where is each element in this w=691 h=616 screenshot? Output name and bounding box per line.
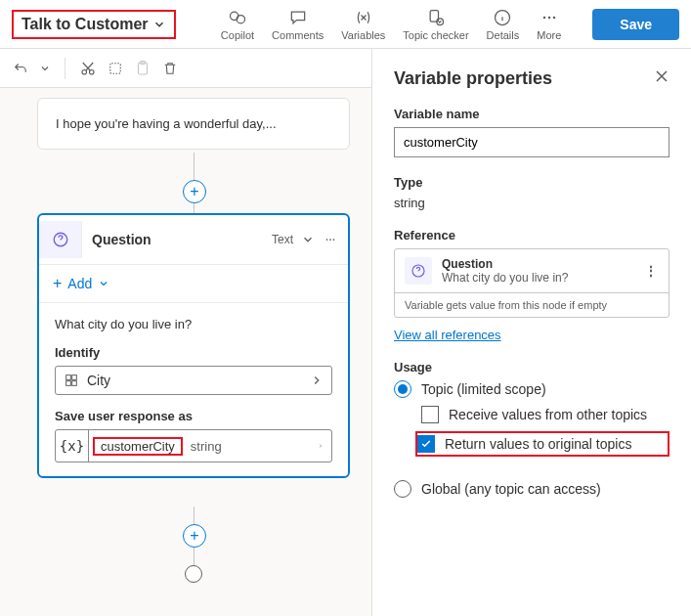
cut-button[interactable] — [79, 60, 97, 77]
topic-name-dropdown[interactable]: Talk to Customer — [12, 10, 176, 39]
radio-unselected-icon — [394, 480, 411, 498]
chevron-down-icon — [98, 278, 109, 289]
add-node-button[interactable]: + — [183, 180, 206, 203]
variables-icon — [354, 8, 373, 27]
authoring-canvas[interactable]: I hope you're having a wonderful day,...… — [0, 88, 371, 616]
reference-box: Question What city do you live in? ⋮ Var… — [394, 248, 669, 318]
return-values-checkbox[interactable] — [417, 435, 435, 453]
close-button[interactable] — [654, 68, 669, 89]
svg-rect-10 — [110, 63, 121, 73]
receive-values-checkbox[interactable]: Receive values from other topics — [421, 406, 669, 423]
topic-checker-button[interactable]: Topic checker — [403, 8, 468, 41]
view-all-references-link[interactable]: View all references — [394, 328, 501, 342]
svg-point-14 — [326, 239, 328, 241]
return-values-label: Return values to original topics — [445, 436, 631, 452]
undo-button[interactable] — [12, 60, 29, 77]
copilot-icon — [228, 8, 247, 27]
comments-button[interactable]: Comments — [272, 8, 324, 41]
message-node[interactable]: I hope you're having a wonderful day,... — [37, 98, 350, 150]
chevron-right-icon — [318, 439, 331, 453]
node-more-icon[interactable] — [323, 233, 338, 246]
reference-title: Question — [442, 257, 568, 271]
question-node-icon — [39, 221, 82, 258]
topic-name-label: Talk to Customer — [22, 16, 149, 33]
entity-icon — [64, 373, 79, 388]
reference-subtitle: What city do you live in? — [442, 271, 568, 285]
save-response-label: Save user response as — [55, 409, 332, 423]
paste-button[interactable] — [134, 60, 151, 77]
svg-point-15 — [329, 239, 331, 241]
save-response-field[interactable]: {x} customerCity string — [55, 429, 332, 462]
reference-note: Variable gets value from this node if em… — [395, 292, 669, 317]
topic-checker-icon — [426, 8, 446, 27]
checkbox-unchecked-icon — [421, 406, 439, 423]
type-label: Type — [394, 175, 669, 190]
variable-name-input[interactable] — [394, 127, 669, 157]
question-node[interactable]: Question Text + Add What city do you liv… — [37, 213, 350, 478]
delete-button[interactable] — [161, 60, 179, 77]
question-type-label: Text — [272, 233, 293, 246]
svg-rect-19 — [66, 381, 71, 386]
usage-label: Usage — [394, 360, 669, 374]
close-icon — [654, 68, 669, 84]
connector-line — [194, 506, 194, 524]
info-icon — [493, 8, 512, 27]
reference-more-button[interactable]: ⋮ — [644, 263, 659, 279]
more-icon — [540, 8, 559, 27]
variable-name: customerCity — [93, 437, 183, 456]
svg-rect-20 — [72, 381, 77, 386]
variable-name-label: Variable name — [394, 107, 669, 121]
chevron-down-icon[interactable] — [301, 233, 315, 246]
question-ref-icon — [405, 257, 432, 285]
svg-point-7 — [553, 16, 556, 19]
svg-point-16 — [333, 239, 335, 241]
chevron-down-icon — [152, 18, 166, 31]
copy-button[interactable] — [107, 60, 124, 77]
question-text: What city do you live in? — [55, 317, 332, 331]
end-node — [185, 565, 202, 583]
details-button[interactable]: Details — [487, 8, 520, 41]
usage-global-radio[interactable]: Global (any topic can access) — [394, 480, 669, 498]
add-node-button[interactable]: + — [183, 524, 206, 548]
variable-properties-panel: Variable properties Variable name Type s… — [371, 49, 691, 616]
svg-rect-18 — [72, 375, 77, 380]
connector-line — [194, 153, 194, 180]
comment-icon — [288, 8, 308, 27]
save-button[interactable]: Save — [592, 9, 679, 40]
identify-field[interactable]: City — [55, 366, 332, 395]
chevron-right-icon — [310, 374, 324, 387]
connector-line — [194, 548, 194, 565]
svg-point-6 — [548, 16, 551, 19]
add-question-option[interactable]: + Add — [39, 265, 348, 303]
svg-point-5 — [543, 16, 546, 19]
undo-dropdown[interactable] — [39, 60, 51, 77]
variables-button[interactable]: Variables — [341, 8, 385, 41]
variable-type: string — [183, 439, 230, 454]
more-button[interactable]: More — [537, 8, 561, 41]
panel-title: Variable properties — [394, 68, 552, 89]
question-node-title: Question — [92, 232, 272, 247]
usage-topic-radio[interactable]: Topic (limited scope) — [394, 380, 669, 398]
svg-point-1 — [237, 15, 244, 22]
radio-selected-icon — [394, 380, 411, 398]
check-icon — [420, 438, 432, 450]
identify-label: Identify — [55, 345, 332, 360]
plus-icon: + — [53, 275, 62, 292]
connector-line — [194, 203, 194, 213]
svg-rect-17 — [66, 375, 71, 380]
type-value: string — [394, 196, 669, 210]
message-text: I hope you're having a wonderful day,... — [56, 116, 277, 131]
identify-value: City — [87, 373, 110, 388]
reference-label: Reference — [394, 228, 669, 242]
copilot-button[interactable]: Copilot — [221, 8, 254, 41]
variable-icon: {x} — [56, 430, 89, 462]
